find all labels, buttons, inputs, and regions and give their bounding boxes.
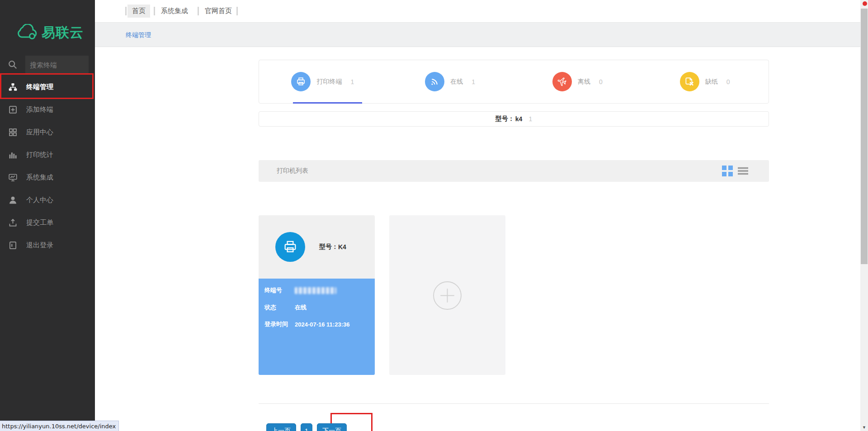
breadcrumb-bar: 终端管理 (95, 22, 860, 47)
top-nav: 首页 系统集成 官网首页 (95, 0, 860, 22)
list-view-icon[interactable] (738, 167, 748, 175)
sidebar-item-label: 打印统计 (26, 151, 53, 159)
model-count: 1 (528, 115, 532, 123)
field-status: 状态 在线 (264, 303, 307, 312)
printer-card-info: 终端号 状态 在线 登录时间 2024-07-16 11:23:36 删除 (259, 279, 375, 375)
nav-separator (125, 7, 127, 15)
scrollbar: ▲ ▼ (860, 0, 868, 431)
sidebar-item-add-terminal[interactable]: 添加终端 (0, 98, 95, 121)
add-printer-card[interactable] (389, 215, 505, 375)
printer-list-header: 打印机列表 (259, 160, 769, 182)
prev-page-button[interactable]: 上一页 (266, 423, 296, 431)
pagination: 上一页 1 下一页 (266, 423, 347, 431)
field-label: 登录时间 (264, 320, 295, 328)
topnav-item-system-integration[interactable]: 系统集成 (156, 0, 193, 22)
sidebar-item-terminal-manage[interactable]: 终端管理 (0, 76, 95, 98)
status-bar-url: https://yilianyun.10ss.net/device/index (0, 421, 119, 431)
card-model-value: K4 (338, 243, 346, 251)
stat-out-of-paper[interactable]: 缺纸 0 (641, 60, 769, 103)
scrollbar-down-arrow[interactable]: ▼ (860, 423, 868, 431)
plane-icon (552, 72, 572, 91)
brand-logo[interactable]: 易联云 (15, 21, 88, 44)
sidebar-item-print-stats[interactable]: 打印统计 (0, 143, 95, 166)
sidebar: 易联云 终端管理 添加终端 (0, 0, 95, 431)
cloud-logo-icon (15, 24, 39, 41)
field-value: 2024-07-16 11:23:36 (295, 321, 349, 328)
sidebar-item-logout[interactable]: 退出登录 (0, 234, 95, 256)
brand-name: 易联云 (42, 24, 84, 42)
recording-dot (863, 1, 867, 6)
stat-count: 1 (350, 78, 354, 85)
stat-count: 0 (726, 78, 730, 85)
sidebar-nav: 终端管理 添加终端 应用中心 打印统计 (0, 76, 95, 256)
printer-icon (275, 232, 305, 262)
stat-online[interactable]: 在线 1 (387, 60, 514, 103)
sidebar-item-label: 个人中心 (26, 196, 53, 204)
sitemap-icon (8, 82, 18, 92)
grid-icon (8, 128, 18, 137)
page-number-button[interactable]: 1 (301, 423, 312, 431)
field-label: 状态 (264, 303, 295, 312)
model-filter-bar[interactable]: 型号： k4 1 (259, 111, 769, 127)
search-icon (8, 60, 18, 70)
user-icon (8, 195, 18, 205)
topnav-item-official-site[interactable]: 官网首页 (200, 0, 236, 22)
search-input[interactable] (25, 56, 89, 74)
action-label: 控制台 (348, 420, 365, 428)
printer-card-header: 型号： K4 (259, 215, 375, 279)
terminal-search (0, 55, 95, 74)
printer-card: 型号： K4 终端号 状态 在线 登录时间 2024-07-16 11:23:3… (259, 215, 375, 375)
stat-offline[interactable]: 离线 0 (514, 60, 642, 103)
sidebar-item-submit-ticket[interactable]: 提交工单 (0, 211, 95, 234)
card-model-label: 型号： (319, 243, 338, 251)
topnav-label: 官网首页 (205, 7, 232, 15)
sidebar-item-label: 退出登录 (26, 241, 53, 250)
topnav-label: 系统集成 (161, 7, 188, 15)
sidebar-item-profile[interactable]: 个人中心 (0, 189, 95, 211)
next-page-button[interactable]: 下一页 (317, 423, 347, 431)
model-value: k4 (515, 115, 523, 123)
divider (259, 403, 769, 404)
stat-count: 0 (599, 78, 603, 85)
field-terminal-number: 终端号 (264, 286, 336, 295)
sidebar-item-label: 应用中心 (26, 128, 53, 137)
sidebar-item-label: 提交工单 (26, 218, 53, 227)
monitor-icon (8, 173, 18, 182)
wifi-icon (425, 72, 444, 91)
stat-label: 在线 (450, 78, 463, 86)
nav-separator (154, 7, 155, 15)
grid-view-icon[interactable] (722, 165, 733, 177)
breadcrumb[interactable]: 终端管理 (126, 23, 151, 47)
upload-icon (8, 218, 18, 227)
bar-chart-icon (8, 150, 18, 160)
stat-count: 1 (472, 78, 475, 85)
stats-panel: 打印终端 1 在线 1 离线 0 (259, 60, 769, 104)
stat-label: 缺纸 (705, 78, 718, 86)
model-label: 型号： (495, 115, 514, 123)
stat-print-terminals[interactable]: 打印终端 1 (259, 60, 387, 103)
sidebar-item-label: 添加终端 (26, 105, 53, 114)
card-model: 型号： K4 (319, 215, 346, 279)
add-square-icon (8, 105, 18, 114)
plus-circle-icon (433, 281, 462, 310)
printer-icon (291, 72, 311, 91)
sidebar-item-label: 终端管理 (26, 83, 53, 91)
blurred-terminal-number (295, 287, 336, 294)
paper-out-icon (680, 72, 699, 91)
stat-label: 离线 (578, 78, 590, 86)
sidebar-item-app-center[interactable]: 应用中心 (0, 121, 95, 143)
topnav-label: 首页 (132, 7, 146, 15)
field-label: 终端号 (264, 286, 295, 294)
nav-separator (236, 7, 238, 15)
active-tab-underline (293, 102, 362, 104)
logout-icon (8, 241, 18, 250)
nav-separator (198, 7, 199, 15)
topnav-item-home[interactable]: 首页 (127, 5, 150, 18)
sidebar-item-system-integration[interactable]: 系统集成 (0, 166, 95, 189)
field-value: 在线 (295, 303, 307, 312)
list-title: 打印机列表 (277, 160, 308, 182)
field-login-time: 登录时间 2024-07-16 11:23:36 (264, 320, 349, 329)
sidebar-item-label: 系统集成 (26, 173, 53, 182)
scrollbar-thumb[interactable] (861, 9, 868, 264)
app-window: 易联云 终端管理 添加终端 (0, 0, 868, 431)
